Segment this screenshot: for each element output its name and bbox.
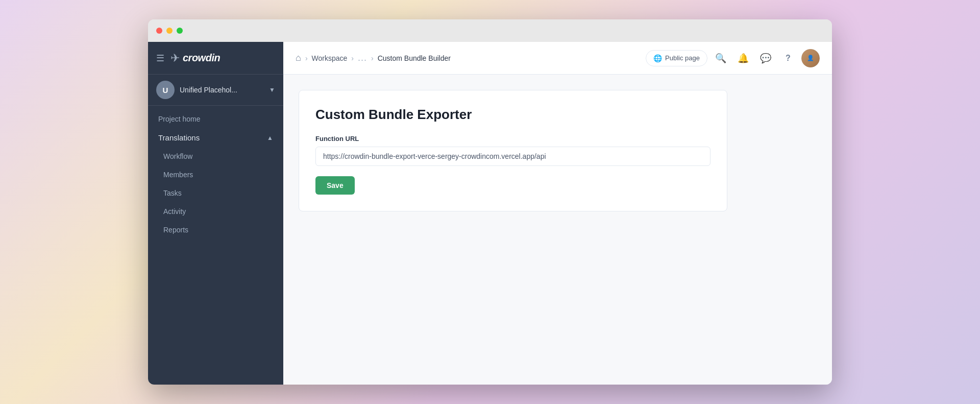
help-button[interactable]: ?	[779, 49, 797, 67]
user-avatar[interactable]: 👤	[801, 49, 820, 67]
main-area: ⌂ › Workspace › ... › Custom Bundle Buil…	[283, 42, 832, 385]
search-button[interactable]: 🔍	[712, 49, 730, 67]
app-window: ☰ ✈ crowdin U Unified Placehol... ▼ Proj…	[148, 19, 832, 385]
breadcrumb-sep-3: ›	[371, 54, 374, 62]
workspace-name: Unified Placehol...	[180, 86, 264, 94]
nav-section: Project home Translations ▲ Workflow Mem…	[148, 106, 283, 243]
function-url-label: Function URL	[315, 135, 710, 142]
avatar-face: 👤	[801, 49, 820, 67]
chat-icon: 💬	[760, 53, 771, 64]
function-url-input[interactable]	[315, 147, 710, 166]
sidebar: ☰ ✈ crowdin U Unified Placehol... ▼ Proj…	[148, 42, 283, 385]
workspace-selector[interactable]: U Unified Placehol... ▼	[148, 75, 283, 106]
sidebar-header: ☰ ✈ crowdin	[148, 42, 283, 75]
collapse-icon: ▲	[267, 134, 273, 141]
logo: ✈ crowdin	[170, 52, 220, 65]
help-icon: ?	[786, 54, 791, 63]
breadcrumb-workspace[interactable]: Workspace	[312, 54, 348, 62]
hamburger-icon[interactable]: ☰	[156, 53, 164, 64]
sidebar-item-project-home[interactable]: Project home	[148, 110, 283, 128]
search-icon: 🔍	[715, 53, 726, 64]
home-icon[interactable]: ⌂	[296, 53, 301, 63]
bell-icon: 🔔	[738, 53, 749, 64]
content-area: Custom Bundle Exporter Function URL Save	[283, 75, 832, 385]
top-bar-actions: 🌐 Public page 🔍 🔔 💬 ?	[646, 49, 820, 67]
messages-button[interactable]: 💬	[756, 49, 775, 67]
traffic-light-red[interactable]	[156, 28, 162, 34]
sidebar-item-reports[interactable]: Reports	[148, 221, 283, 239]
public-page-button[interactable]: 🌐 Public page	[646, 50, 707, 66]
save-button[interactable]: Save	[315, 176, 355, 195]
sidebar-item-translations[interactable]: Translations ▲	[148, 128, 283, 147]
globe-icon: 🌐	[653, 54, 662, 62]
workspace-avatar: U	[156, 81, 175, 99]
main-card: Custom Bundle Exporter Function URL Save	[299, 90, 727, 211]
breadcrumb-sep-1: ›	[305, 54, 308, 62]
app-body: ☰ ✈ crowdin U Unified Placehol... ▼ Proj…	[148, 42, 832, 385]
card-title: Custom Bundle Exporter	[315, 107, 710, 123]
logo-icon: ✈	[170, 52, 180, 65]
sidebar-item-tasks[interactable]: Tasks	[148, 184, 283, 202]
notifications-button[interactable]: 🔔	[734, 49, 752, 67]
breadcrumb-current: Custom Bundle Builder	[378, 54, 451, 62]
sidebar-item-activity[interactable]: Activity	[148, 202, 283, 221]
sidebar-item-members[interactable]: Members	[148, 165, 283, 184]
traffic-light-yellow[interactable]	[166, 28, 173, 34]
sidebar-item-workflow[interactable]: Workflow	[148, 147, 283, 165]
logo-text: crowdin	[183, 52, 220, 64]
title-bar	[148, 19, 832, 42]
breadcrumb-sep-2: ›	[351, 54, 354, 62]
traffic-light-green[interactable]	[177, 28, 183, 34]
breadcrumb-dots[interactable]: ...	[358, 53, 367, 63]
top-bar: ⌂ › Workspace › ... › Custom Bundle Buil…	[283, 42, 832, 75]
breadcrumb: ⌂ › Workspace › ... › Custom Bundle Buil…	[296, 53, 642, 63]
workspace-chevron-icon: ▼	[269, 86, 275, 93]
